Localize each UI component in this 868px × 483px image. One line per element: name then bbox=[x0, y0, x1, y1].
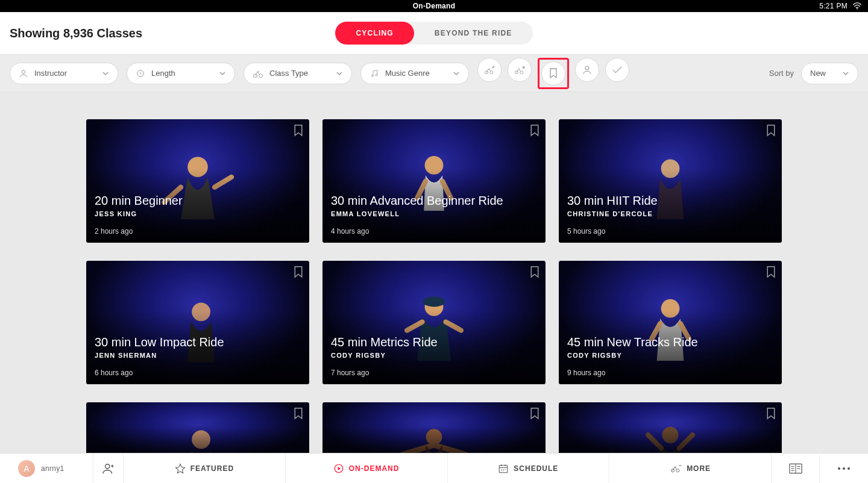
nav-reader[interactable] bbox=[772, 453, 820, 483]
svg-rect-24 bbox=[500, 465, 508, 472]
class-instructor: JENN SHERMAN bbox=[95, 352, 301, 359]
showing-count: Showing 8,936 Classes bbox=[10, 26, 142, 40]
class-title: 45 min New Tracks Ride bbox=[567, 335, 773, 349]
clock-icon bbox=[136, 69, 145, 78]
category-pill-group: CYCLING BEYOND THE RIDE bbox=[335, 22, 532, 45]
class-card[interactable]: 20 min Beginner JESS KING 2 hours ago bbox=[86, 119, 309, 243]
nav-overflow[interactable] bbox=[820, 453, 868, 483]
filter-row: Instructor Length Class Type Music Genre bbox=[0, 54, 868, 92]
sort-label: Sort by bbox=[769, 69, 794, 78]
class-time: 4 hours ago bbox=[331, 227, 537, 235]
bookmark-icon[interactable] bbox=[766, 266, 776, 279]
filter-length-label: Length bbox=[151, 69, 175, 78]
calendar-icon bbox=[498, 463, 509, 474]
bookmark-icon[interactable] bbox=[766, 124, 776, 137]
class-title: 30 min HIIT Ride bbox=[567, 194, 773, 208]
bottom-nav: A anrny1 FEATURED ON-DEMAND SCHEDULE MOR… bbox=[0, 453, 868, 483]
bookmark-icon[interactable] bbox=[530, 124, 539, 137]
bike-check-icon bbox=[483, 64, 495, 75]
class-time: 2 hours ago bbox=[95, 227, 301, 235]
class-time: 6 hours ago bbox=[95, 369, 301, 377]
svg-point-6 bbox=[376, 74, 377, 76]
class-time: 7 hours ago bbox=[331, 369, 537, 377]
filter-instructor-label: Instructor bbox=[34, 69, 67, 78]
toggle-friends[interactable] bbox=[575, 58, 599, 82]
sort-value: New bbox=[810, 69, 826, 78]
bookmark-icon[interactable] bbox=[766, 407, 776, 420]
toggle-done[interactable] bbox=[605, 58, 629, 82]
toggle-bookmarked[interactable] bbox=[538, 58, 569, 89]
dots-horizontal-icon bbox=[837, 467, 851, 470]
filter-instructor[interactable]: Instructor bbox=[10, 63, 118, 84]
class-instructor: CODY RIGSBY bbox=[567, 352, 773, 359]
bike-icon bbox=[253, 69, 263, 78]
nav-more[interactable]: MORE bbox=[609, 453, 772, 483]
svg-point-27 bbox=[679, 465, 680, 466]
wifi-icon bbox=[852, 2, 862, 10]
chevron-down-icon bbox=[102, 70, 109, 77]
bookmark-icon[interactable] bbox=[294, 124, 303, 137]
class-time: 9 hours ago bbox=[567, 369, 773, 377]
nav-ondemand[interactable]: ON-DEMAND bbox=[286, 453, 448, 483]
statusbar-title: On-Demand bbox=[413, 2, 456, 10]
tab-cycling[interactable]: CYCLING bbox=[335, 22, 414, 45]
svg-point-32 bbox=[848, 467, 850, 470]
class-title: 20 min Beginner bbox=[95, 194, 301, 208]
statusbar-time: 5:21 PM bbox=[819, 2, 848, 10]
class-card[interactable]: 30 min Advanced Beginner Ride EMMA LOVEW… bbox=[322, 119, 546, 243]
chevron-down-icon bbox=[842, 70, 849, 77]
class-instructor: CHRISTINE D'ERCOLE bbox=[567, 210, 773, 217]
filter-length[interactable]: Length bbox=[127, 63, 235, 84]
bookmark-icon[interactable] bbox=[294, 407, 303, 420]
play-circle-icon bbox=[333, 463, 344, 474]
tab-beyond-the-ride[interactable]: BEYOND THE RIDE bbox=[414, 22, 533, 45]
nav-schedule-label: SCHEDULE bbox=[514, 464, 558, 473]
person-icon bbox=[19, 69, 28, 78]
toggle-group bbox=[477, 58, 629, 89]
toggle-ride-not-taken[interactable] bbox=[508, 58, 532, 82]
class-title: 45 min Metrics Ride bbox=[331, 335, 537, 349]
filter-class-type[interactable]: Class Type bbox=[244, 63, 352, 84]
music-icon bbox=[370, 69, 379, 78]
check-icon bbox=[612, 66, 623, 74]
nav-featured[interactable]: FEATURED bbox=[124, 453, 286, 483]
class-instructor: EMMA LOVEWELL bbox=[331, 210, 537, 217]
svg-point-1 bbox=[22, 70, 25, 73]
svg-point-0 bbox=[857, 8, 858, 10]
tab-header: Showing 8,936 Classes CYCLING BEYOND THE… bbox=[0, 12, 868, 54]
svg-point-22 bbox=[105, 464, 109, 468]
toggle-ride-taken[interactable] bbox=[477, 58, 502, 82]
person-icon bbox=[582, 64, 593, 75]
class-card[interactable]: 45 min Metrics Ride CODY RIGSBY 7 hours … bbox=[322, 261, 546, 384]
more-dots-icon bbox=[670, 463, 682, 474]
add-friend-button[interactable] bbox=[93, 453, 124, 483]
chevron-down-icon bbox=[453, 70, 460, 77]
nav-ondemand-label: ON-DEMAND bbox=[349, 464, 400, 473]
filter-music-genre[interactable]: Music Genre bbox=[360, 63, 469, 84]
bookmark-icon[interactable] bbox=[530, 266, 539, 279]
reader-icon bbox=[789, 463, 802, 474]
svg-point-31 bbox=[843, 467, 845, 470]
filter-music-label: Music Genre bbox=[385, 69, 430, 78]
nav-more-label: MORE bbox=[687, 464, 711, 473]
status-right: 5:21 PM bbox=[819, 2, 862, 10]
class-card[interactable]: 30 min HIIT Ride CHRISTINE D'ERCOLE 5 ho… bbox=[559, 119, 782, 243]
svg-point-4 bbox=[259, 73, 263, 77]
sort-dropdown[interactable]: New bbox=[801, 63, 858, 84]
nav-schedule[interactable]: SCHEDULE bbox=[448, 453, 610, 483]
class-title: 30 min Advanced Beginner Ride bbox=[331, 194, 537, 208]
status-bar: On-Demand 5:21 PM bbox=[0, 0, 868, 12]
user-profile[interactable]: A anrny1 bbox=[0, 453, 93, 483]
bookmark-icon[interactable] bbox=[294, 266, 303, 279]
class-card[interactable]: 45 min New Tracks Ride CODY RIGSBY 9 hou… bbox=[559, 261, 782, 384]
username: anrny1 bbox=[41, 464, 64, 473]
bike-x-icon bbox=[514, 64, 526, 75]
bookmark-icon[interactable] bbox=[530, 407, 539, 420]
person-add-icon bbox=[102, 463, 115, 475]
class-card[interactable]: 30 min Low Impact Ride JENN SHERMAN 6 ho… bbox=[86, 261, 309, 384]
class-instructor: CODY RIGSBY bbox=[331, 352, 537, 359]
svg-point-11 bbox=[585, 66, 589, 70]
star-icon bbox=[175, 463, 186, 474]
avatar: A bbox=[18, 460, 35, 477]
class-time: 5 hours ago bbox=[567, 227, 773, 235]
